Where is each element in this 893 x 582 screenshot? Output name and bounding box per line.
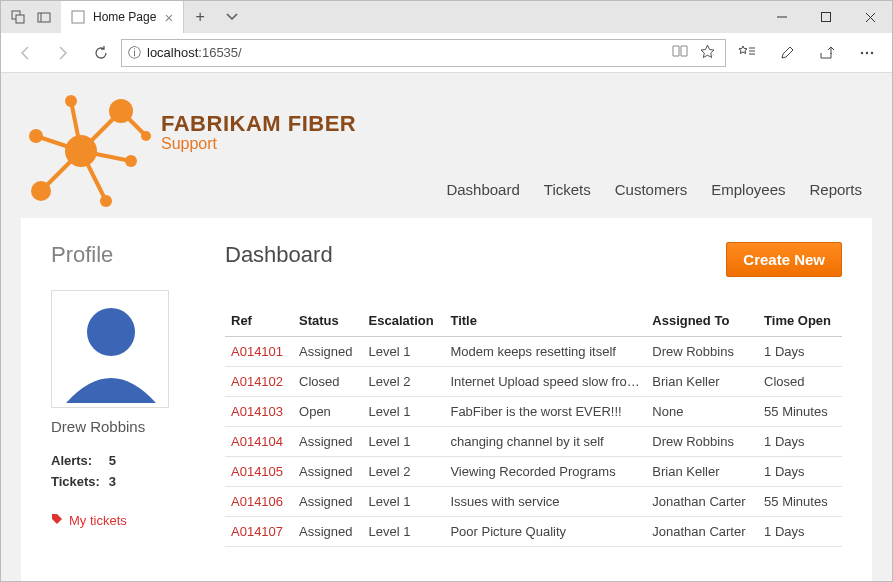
cell-timeopen: 1 Days xyxy=(758,517,842,547)
tab-close-icon[interactable]: × xyxy=(164,10,173,25)
more-icon[interactable] xyxy=(848,35,886,71)
cell-title: Modem keeps resetting itself xyxy=(444,337,646,367)
share-icon[interactable] xyxy=(808,35,846,71)
table-header-row: Ref Status Escalation Title Assigned To … xyxy=(225,305,842,337)
cell-title: Poor Picture Quality xyxy=(444,517,646,547)
table-row[interactable]: A014106AssignedLevel 1Issues with servic… xyxy=(225,487,842,517)
cell-escalation: Level 1 xyxy=(363,517,445,547)
browser-tab[interactable]: Home Page × xyxy=(61,1,184,33)
cell-escalation: Level 1 xyxy=(363,337,445,367)
content-area: Profile Drew Robbins Alerts: 5 Tickets: … xyxy=(21,218,872,581)
cell-status: Assigned xyxy=(293,427,363,457)
col-status[interactable]: Status xyxy=(293,305,363,337)
nav-reports[interactable]: Reports xyxy=(809,181,862,198)
table-row[interactable]: A014103OpenLevel 1FabFiber is the worst … xyxy=(225,397,842,427)
nav-employees[interactable]: Employees xyxy=(711,181,785,198)
alerts-label: Alerts: xyxy=(51,453,105,468)
window-close-button[interactable] xyxy=(848,1,892,33)
cell-ref[interactable]: A014101 xyxy=(225,337,293,367)
cell-title: Issues with service xyxy=(444,487,646,517)
favorite-star-icon[interactable] xyxy=(700,44,715,62)
svg-point-16 xyxy=(871,51,873,53)
table-row[interactable]: A014104AssignedLevel 1changing channel b… xyxy=(225,427,842,457)
cell-assigned: None xyxy=(646,397,758,427)
window-maximize-button[interactable] xyxy=(804,1,848,33)
svg-marker-9 xyxy=(701,45,714,58)
cell-ref[interactable]: A014105 xyxy=(225,457,293,487)
cell-timeopen: 1 Days xyxy=(758,337,842,367)
svg-rect-1 xyxy=(16,15,24,23)
title-bar-left-controls xyxy=(1,4,61,30)
refresh-button[interactable] xyxy=(83,35,119,71)
tab-favicon xyxy=(71,10,85,24)
cell-title: Internet Upload speed slow from... xyxy=(444,367,646,397)
page-viewport[interactable]: FABRIKAM FIBER Support Dashboard Tickets… xyxy=(1,73,892,581)
cell-ref[interactable]: A014103 xyxy=(225,397,293,427)
create-new-button[interactable]: Create New xyxy=(726,242,842,277)
url-input[interactable]: ⓘ localhost:16535/ xyxy=(121,39,726,67)
svg-point-23 xyxy=(65,135,97,167)
title-bar: Home Page × + xyxy=(1,1,892,33)
cell-escalation: Level 1 xyxy=(363,397,445,427)
brand-logo-area: FABRIKAM FIBER Support xyxy=(1,81,356,224)
cell-ref[interactable]: A014104 xyxy=(225,427,293,457)
svg-marker-10 xyxy=(739,46,747,54)
col-escalation[interactable]: Escalation xyxy=(363,305,445,337)
url-text: localhost:16535/ xyxy=(147,45,666,60)
svg-point-29 xyxy=(100,195,112,207)
table-row[interactable]: A014101AssignedLevel 1Modem keeps resett… xyxy=(225,337,842,367)
profile-heading: Profile xyxy=(51,242,191,268)
dashboard-heading: Dashboard xyxy=(225,242,726,268)
cell-ref[interactable]: A014107 xyxy=(225,517,293,547)
tag-icon xyxy=(51,513,63,528)
nav-dashboard[interactable]: Dashboard xyxy=(446,181,519,198)
cell-ref[interactable]: A014102 xyxy=(225,367,293,397)
cell-status: Assigned xyxy=(293,487,363,517)
col-timeopen[interactable]: Time Open xyxy=(758,305,842,337)
notes-icon[interactable] xyxy=(768,35,806,71)
col-title[interactable]: Title xyxy=(444,305,646,337)
cell-ref[interactable]: A014106 xyxy=(225,487,293,517)
col-ref[interactable]: Ref xyxy=(225,305,293,337)
brand-subtitle: Support xyxy=(161,135,356,153)
cell-timeopen: 1 Days xyxy=(758,427,842,457)
table-row[interactable]: A014107AssignedLevel 1Poor Picture Quali… xyxy=(225,517,842,547)
tickets-value: 3 xyxy=(109,474,163,489)
cell-escalation: Level 2 xyxy=(363,367,445,397)
table-row[interactable]: A014105AssignedLevel 2Viewing Recorded P… xyxy=(225,457,842,487)
new-tab-button[interactable]: + xyxy=(184,1,216,33)
tickets-table: Ref Status Escalation Title Assigned To … xyxy=(225,305,842,547)
my-tickets-link[interactable]: My tickets xyxy=(51,513,191,528)
window-minimize-button[interactable] xyxy=(760,1,804,33)
my-tickets-label: My tickets xyxy=(69,513,127,528)
nav-tickets[interactable]: Tickets xyxy=(544,181,591,198)
nav-customers[interactable]: Customers xyxy=(615,181,688,198)
back-button[interactable] xyxy=(7,35,43,71)
tab-actions-icon[interactable] xyxy=(5,4,31,30)
main-nav: Dashboard Tickets Customers Employees Re… xyxy=(446,181,862,198)
tabs-dropdown-icon[interactable] xyxy=(216,1,248,33)
cell-escalation: Level 2 xyxy=(363,457,445,487)
brand-name: FABRIKAM FIBER xyxy=(161,111,356,137)
site-info-icon[interactable]: ⓘ xyxy=(128,44,141,62)
alerts-value: 5 xyxy=(109,453,163,468)
col-assigned[interactable]: Assigned To xyxy=(646,305,758,337)
cell-assigned: Brian Keller xyxy=(646,457,758,487)
profile-stats: Alerts: 5 Tickets: 3 xyxy=(51,453,191,489)
cell-title: changing channel by it self xyxy=(444,427,646,457)
table-row[interactable]: A014102ClosedLevel 2Internet Upload spee… xyxy=(225,367,842,397)
set-aside-tabs-icon[interactable] xyxy=(31,4,57,30)
cell-escalation: Level 1 xyxy=(363,487,445,517)
svg-rect-2 xyxy=(38,13,50,22)
forward-button[interactable] xyxy=(45,35,81,71)
avatar-icon xyxy=(56,298,164,403)
favorites-list-icon[interactable] xyxy=(728,35,766,71)
reading-view-icon[interactable] xyxy=(672,44,688,62)
cell-timeopen: 55 Minutes xyxy=(758,487,842,517)
svg-line-31 xyxy=(121,111,146,136)
svg-point-25 xyxy=(65,95,77,107)
profile-avatar xyxy=(51,290,169,408)
cell-assigned: Drew Robbins xyxy=(646,337,758,367)
cell-title: Viewing Recorded Programs xyxy=(444,457,646,487)
svg-point-32 xyxy=(87,308,135,356)
